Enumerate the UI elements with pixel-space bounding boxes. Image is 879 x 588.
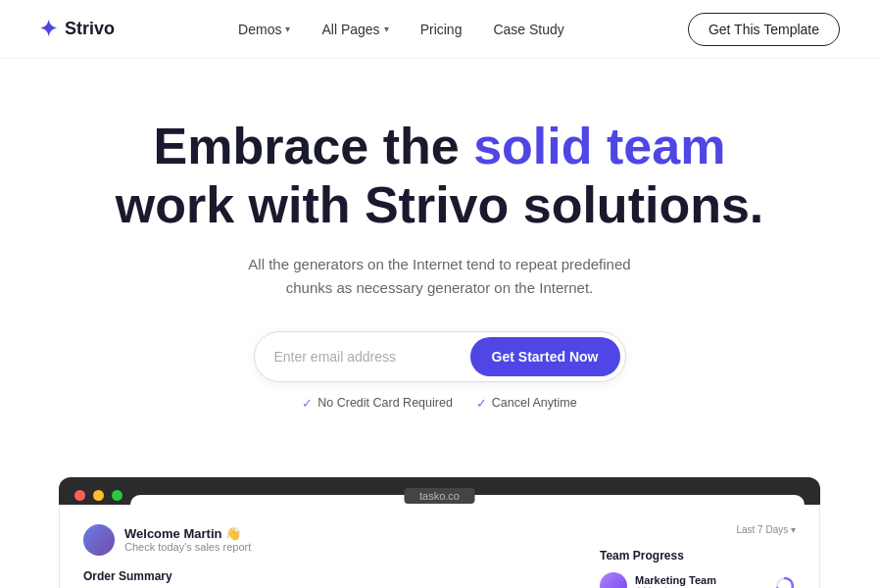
dot-yellow	[93, 490, 104, 501]
progress-ring-marketing	[774, 575, 796, 588]
hero-section: Embrace the solid team work with Strivo …	[0, 59, 879, 450]
get-started-button[interactable]: Get Started Now	[470, 337, 620, 376]
nav-item-case-study[interactable]: Case Study	[493, 22, 563, 37]
nav-item-demos[interactable]: Demos ▾	[238, 22, 290, 37]
welcome-text: Welcome Martin 👋	[124, 526, 251, 541]
nav-item-all-pages[interactable]: All Pages ▾	[321, 22, 388, 37]
logo-icon: ✦	[39, 17, 57, 42]
team-progress-title: Team Progress	[600, 549, 796, 563]
badge-no-credit: ✓ No Credit Card Required	[302, 396, 453, 411]
email-input[interactable]	[274, 349, 470, 365]
dot-red	[74, 490, 85, 501]
browser-chrome: tasko.co	[59, 477, 820, 505]
team-row-marketing: Marketing Team 4 Members	[600, 572, 796, 588]
nav-item-pricing[interactable]: Pricing	[420, 22, 463, 37]
dashboard-left: Welcome Martin 👋 Check today's sales rep…	[83, 524, 568, 588]
dashboard-preview: tasko.co Welcome Martin 👋 Check today's …	[0, 477, 879, 588]
navbar: ✦ Strivo Demos ▾ All Pages ▾ Pricing Cas…	[0, 0, 879, 59]
dash-header: Welcome Martin 👋 Check today's sales rep…	[83, 524, 568, 556]
user-avatar	[83, 524, 115, 556]
hero-form: Get Started Now	[254, 331, 626, 382]
brand-name: Strivo	[65, 19, 115, 39]
badge-cancel: ✓ Cancel Anytime	[476, 396, 577, 411]
nav-links: Demos ▾ All Pages ▾ Pricing Case Study	[238, 22, 564, 37]
last-period[interactable]: Last 7 Days ▾	[600, 524, 796, 535]
get-template-button[interactable]: Get This Template	[688, 13, 840, 46]
logo[interactable]: ✦ Strivo	[39, 17, 115, 42]
chevron-down-icon: ▾	[285, 24, 290, 34]
hero-title: Embrace the solid team work with Strivo …	[116, 118, 764, 235]
hero-subtitle: All the generators on the Internet tend …	[234, 253, 646, 300]
dashboard-right: Last 7 Days ▾ Team Progress Marketing Te…	[600, 524, 796, 588]
browser-url: tasko.co	[404, 488, 475, 504]
check-icon: ✓	[476, 396, 487, 411]
chevron-down-icon: ▾	[384, 24, 389, 34]
dashboard-body: Welcome Martin 👋 Check today's sales rep…	[59, 505, 820, 588]
order-summary-title: Order Summary	[83, 569, 568, 583]
dot-green	[112, 490, 122, 501]
team-avatar-marketing	[600, 572, 627, 588]
check-icon: ✓	[302, 396, 313, 411]
hero-badges: ✓ No Credit Card Required ✓ Cancel Anyti…	[302, 396, 576, 411]
team-info-marketing: Marketing Team 4 Members	[635, 574, 766, 588]
sub-text: Check today's sales report	[124, 541, 251, 553]
